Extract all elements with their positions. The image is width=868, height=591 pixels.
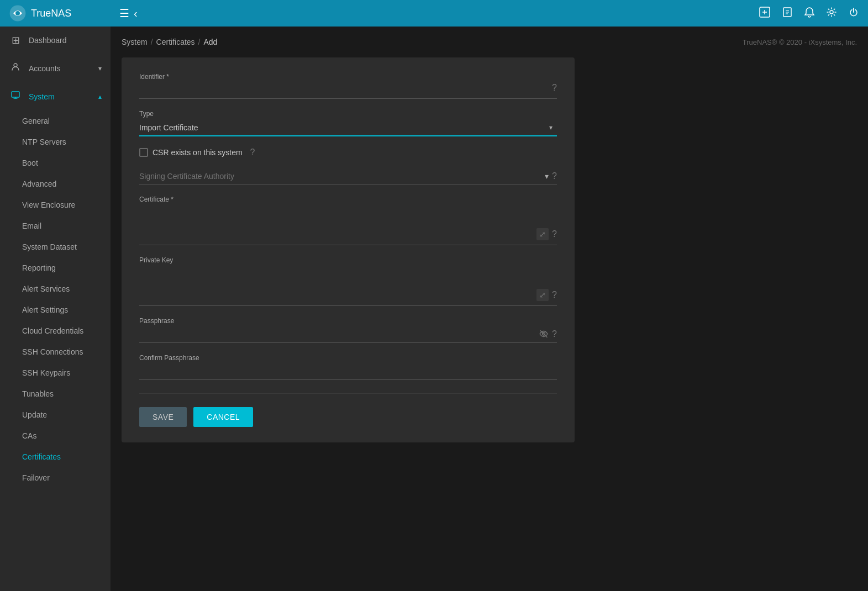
- signing-ca-group: ▾ ?: [139, 168, 557, 184]
- sidebar-dashboard-label: Dashboard: [29, 36, 67, 45]
- private-key-textarea-wrapper: ⤢ ?: [139, 266, 557, 306]
- identifier-group: Identifier * ?: [139, 73, 557, 99]
- sidebar-item-tunables[interactable]: Tunables: [0, 383, 111, 404]
- csr-checkbox-label[interactable]: CSR exists on this system: [152, 148, 243, 157]
- notes-icon[interactable]: [782, 7, 793, 20]
- sidebar-item-dashboard[interactable]: ⊞ Dashboard: [0, 27, 111, 54]
- private-key-textarea-icons: ⤢ ?: [536, 289, 557, 301]
- accounts-arrow-icon: ▾: [98, 65, 102, 72]
- truenas-icon[interactable]: [759, 6, 771, 21]
- passphrase-help-icon[interactable]: ?: [552, 329, 557, 341]
- passphrase-label: Passphrase: [139, 317, 557, 325]
- sidebar-item-cloud-credentials[interactable]: Cloud Credentials: [0, 320, 111, 341]
- cancel-button[interactable]: CANCEL: [193, 407, 253, 427]
- sidebar-item-update[interactable]: Update: [0, 404, 111, 425]
- sidebar-item-alert-settings[interactable]: Alert Settings: [0, 299, 111, 320]
- csr-help-icon[interactable]: ?: [250, 147, 255, 157]
- certificate-group: Certificate * ⤢ ?: [139, 196, 557, 245]
- confirm-passphrase-group: Confirm Passphrase: [139, 354, 557, 380]
- app-name: TrueNAS: [31, 8, 71, 19]
- passphrase-input[interactable]: [139, 327, 495, 342]
- topnav-icons: [759, 6, 859, 21]
- sidebar-item-view-enclosure[interactable]: View Enclosure: [0, 194, 111, 215]
- settings-icon[interactable]: [826, 7, 837, 20]
- sidebar-item-certificates[interactable]: Certificates: [0, 446, 111, 467]
- sidebar-system-label: System: [29, 92, 55, 101]
- add-certificate-form: Identifier * ? Type Internal Certificate…: [122, 57, 575, 442]
- sidebar-item-failover[interactable]: Failover: [0, 467, 111, 488]
- identifier-input[interactable]: [139, 83, 557, 99]
- system-dataset-label: System Dataset: [22, 242, 77, 251]
- sidebar-item-ssh-connections[interactable]: SSH Connections: [0, 341, 111, 362]
- type-select[interactable]: Internal Certificate Import Certificate …: [139, 120, 557, 135]
- menu-button[interactable]: ☰: [117, 4, 131, 22]
- sidebar-item-boot[interactable]: Boot: [0, 152, 111, 173]
- ntp-servers-label: NTP Servers: [22, 138, 66, 146]
- breadcrumb-nav: System / Certificates / Add: [122, 38, 217, 46]
- accounts-icon: [9, 62, 22, 75]
- type-group: Type Internal Certificate Import Certifi…: [139, 110, 557, 136]
- alert-settings-label: Alert Settings: [22, 305, 68, 314]
- signing-ca-dropdown-icon[interactable]: ▾: [545, 172, 549, 181]
- breadcrumb-sep2: /: [198, 38, 201, 46]
- svg-rect-6: [12, 92, 19, 97]
- csr-checkbox[interactable]: [139, 148, 148, 157]
- private-key-expand-icon[interactable]: ⤢: [536, 289, 549, 301]
- sidebar-item-advanced[interactable]: Advanced: [0, 173, 111, 194]
- certificate-textarea-icons: ⤢ ?: [536, 228, 557, 240]
- signing-ca-wrapper: ▾ ?: [139, 168, 557, 184]
- app-logo: TrueNAS: [9, 4, 117, 22]
- form-actions: SAVE CANCEL: [139, 407, 557, 427]
- signing-ca-icons: ▾ ?: [545, 171, 557, 181]
- ssh-connections-label: SSH Connections: [22, 347, 83, 356]
- passphrase-visibility-icon[interactable]: [539, 329, 549, 341]
- sidebar-accounts-label: Accounts: [29, 64, 61, 73]
- boot-label: Boot: [22, 159, 38, 167]
- sidebar-item-accounts[interactable]: Accounts ▾: [0, 54, 111, 82]
- form-divider: [139, 393, 557, 394]
- breadcrumb-current: Add: [204, 38, 218, 46]
- sidebar-item-email[interactable]: Email: [0, 215, 111, 236]
- type-select-wrapper: Internal Certificate Import Certificate …: [139, 120, 557, 136]
- signing-ca-help-icon[interactable]: ?: [552, 171, 557, 181]
- system-arrow-icon: ▴: [98, 93, 102, 101]
- failover-label: Failover: [22, 473, 50, 482]
- svg-point-4: [830, 10, 833, 14]
- sidebar-item-system[interactable]: System ▴: [0, 82, 111, 110]
- alerts-icon[interactable]: [804, 7, 815, 20]
- confirm-passphrase-input[interactable]: [139, 364, 557, 379]
- sidebar-item-ntp-servers[interactable]: NTP Servers: [0, 131, 111, 152]
- certificate-expand-icon[interactable]: ⤢: [536, 228, 549, 240]
- sidebar-item-system-dataset[interactable]: System Dataset: [0, 236, 111, 257]
- certificate-label: Certificate *: [139, 196, 557, 203]
- certificate-help-icon[interactable]: ?: [552, 229, 557, 239]
- top-navigation: TrueNAS ☰ ‹: [0, 0, 868, 27]
- save-button[interactable]: SAVE: [139, 407, 187, 427]
- identifier-help-icon[interactable]: ?: [552, 83, 557, 93]
- main-content: System / Certificates / Add TrueNAS® © 2…: [111, 27, 868, 591]
- advanced-label: Advanced: [22, 180, 56, 188]
- sidebar-item-reporting[interactable]: Reporting: [0, 257, 111, 278]
- sidebar-item-alert-services[interactable]: Alert Services: [0, 278, 111, 299]
- sidebar-item-ssh-keypairs[interactable]: SSH Keypairs: [0, 362, 111, 383]
- certificate-textarea[interactable]: [139, 205, 557, 239]
- cloud-credentials-label: Cloud Credentials: [22, 326, 83, 335]
- sidebar-item-general[interactable]: General: [0, 110, 111, 131]
- collapse-sidebar-button[interactable]: ‹: [131, 5, 140, 22]
- view-enclosure-label: View Enclosure: [22, 200, 75, 209]
- passphrase-icons: ?: [539, 329, 557, 341]
- breadcrumb-system[interactable]: System: [122, 38, 148, 46]
- passphrase-group: Passphrase ?: [139, 317, 557, 343]
- signing-ca-input[interactable]: [139, 168, 545, 184]
- email-label: Email: [22, 221, 41, 230]
- private-key-help-icon[interactable]: ?: [552, 290, 557, 300]
- sidebar-item-cas[interactable]: CAs: [0, 425, 111, 446]
- private-key-group: Private Key ⤢ ?: [139, 256, 557, 306]
- breadcrumb-certificates[interactable]: Certificates: [156, 38, 195, 46]
- confirm-passphrase-label: Confirm Passphrase: [139, 354, 557, 362]
- update-label: Update: [22, 410, 47, 419]
- svg-point-5: [14, 64, 17, 67]
- certificates-label: Certificates: [22, 452, 61, 461]
- power-icon[interactable]: [848, 7, 859, 20]
- private-key-textarea[interactable]: [139, 266, 557, 299]
